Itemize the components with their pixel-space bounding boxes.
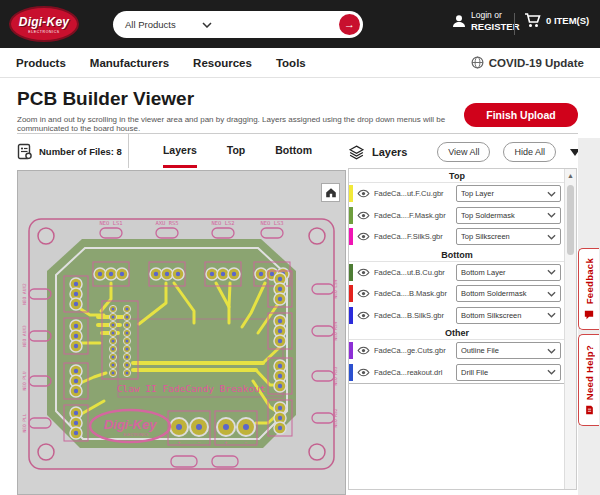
layer-assignment-select[interactable]: Top Soldermask bbox=[456, 207, 561, 224]
covid-update-label: COVID-19 Update bbox=[489, 57, 584, 69]
layer-row: FadeCa...ut.B.Cu.gbr Bottom Layer bbox=[349, 262, 565, 284]
layer-row: FadeCa...reakout.drl Drill File bbox=[349, 362, 565, 384]
svg-text:ELECTRONICS: ELECTRONICS bbox=[124, 433, 150, 437]
hide-all-button[interactable]: Hide All bbox=[503, 142, 556, 162]
layer-color-swatch bbox=[349, 364, 353, 381]
tab-top[interactable]: Top bbox=[227, 134, 245, 168]
board-label: NEO AUX3 bbox=[22, 325, 27, 347]
section-header-other: Other bbox=[349, 326, 565, 340]
nav-item-manufacturers[interactable]: Manufacturers bbox=[90, 57, 169, 69]
board-label: NEO PLU bbox=[22, 371, 27, 390]
finish-upload-button[interactable]: Finish Upload bbox=[464, 103, 578, 127]
layer-row: FadeCa...B.SilkS.gbr Bottom Silkscreen bbox=[349, 305, 565, 327]
layer-color-swatch bbox=[349, 185, 353, 202]
layer-file-name: FadeCa...ut.B.Cu.gbr bbox=[374, 268, 456, 277]
chevron-down-icon bbox=[547, 269, 556, 275]
logo-subtext: ELECTRONICS bbox=[28, 30, 60, 34]
layer-color-swatch bbox=[349, 342, 353, 359]
speech-bubble-icon bbox=[584, 310, 594, 320]
nav-item-tools[interactable]: Tools bbox=[276, 57, 306, 69]
layer-file-name: FadeCa...F.SilkS.gbr bbox=[374, 232, 456, 241]
layers-panel-header: Layers View All Hide All bbox=[348, 138, 580, 166]
page-title: PCB Builder Viewer bbox=[17, 88, 447, 110]
search-category-select[interactable]: All Products bbox=[125, 19, 176, 30]
layer-assignment-select[interactable]: Top Silkscreen bbox=[456, 228, 561, 245]
layers-icon bbox=[348, 144, 365, 161]
file-count-label: Number of Files: 8 bbox=[39, 146, 122, 157]
scroll-up-arrow[interactable]: ▲ bbox=[565, 169, 576, 179]
svg-text:+: + bbox=[178, 439, 181, 445]
page-subtitle: Zoom in and out by scrolling in the view… bbox=[17, 115, 447, 133]
pcb-viewer[interactable]: NEO LS1 AXU RS5 NEO LS2 NEO LS3 NEO AUX2… bbox=[17, 170, 346, 495]
tab-bottom[interactable]: Bottom bbox=[275, 134, 312, 168]
main-nav: Products Manufacturers Resources Tools C… bbox=[0, 48, 600, 78]
chevron-down-icon bbox=[547, 348, 556, 354]
chevron-down-icon bbox=[547, 212, 556, 218]
login-register-label: Login or REGISTER bbox=[471, 10, 520, 33]
help-doc-icon bbox=[585, 405, 594, 415]
layer-row: FadeCa....F.Mask.gbr Top Soldermask bbox=[349, 205, 565, 227]
chevron-down-icon bbox=[202, 22, 212, 28]
section-header-top: Top bbox=[349, 169, 565, 183]
feedback-label: Feedback bbox=[584, 258, 595, 304]
nav-item-products[interactable]: Products bbox=[16, 57, 66, 69]
login-register[interactable]: Login or REGISTER bbox=[452, 10, 520, 33]
panel-scrollbar[interactable]: ▲ bbox=[564, 169, 576, 489]
layer-color-swatch bbox=[349, 207, 353, 224]
chevron-down-icon bbox=[547, 369, 556, 375]
search-bar[interactable]: All Products → bbox=[113, 11, 363, 38]
eye-icon[interactable] bbox=[357, 311, 370, 320]
board-label: AXU RS5 bbox=[155, 220, 178, 226]
layer-assignment-select[interactable]: Bottom Soldermask bbox=[456, 285, 561, 302]
chevron-down-icon bbox=[547, 291, 556, 297]
eye-icon[interactable] bbox=[357, 268, 370, 277]
layer-assignment-select[interactable]: Drill File bbox=[456, 364, 561, 381]
digikey-logo[interactable]: Digi-Key ELECTRONICS bbox=[9, 6, 79, 42]
eye-icon[interactable] bbox=[357, 346, 370, 355]
layer-file-name: FadeCa...reakout.drl bbox=[374, 368, 456, 377]
logo-text: Digi-Key bbox=[19, 15, 69, 29]
globe-icon bbox=[471, 56, 484, 69]
site-header: Digi-Key ELECTRONICS All Products → Logi… bbox=[0, 0, 600, 48]
viewer-toolbar: Number of Files: 8 Layers Top Bottom bbox=[17, 134, 346, 168]
home-view-button[interactable] bbox=[321, 183, 340, 202]
need-help-tab[interactable]: Need Help? bbox=[578, 334, 599, 426]
layer-file-name: FadeCa...ge.Cuts.gbr bbox=[374, 346, 456, 355]
header-divider bbox=[514, 13, 515, 35]
eye-icon[interactable] bbox=[357, 232, 370, 241]
eye-icon[interactable] bbox=[357, 368, 370, 377]
layer-assignment-select[interactable]: Bottom Layer bbox=[456, 264, 561, 281]
covid-update-link[interactable]: COVID-19 Update bbox=[471, 56, 584, 69]
layer-file-name: FadeCa....B.Mask.gbr bbox=[374, 289, 456, 298]
search-submit-button[interactable]: → bbox=[339, 14, 360, 35]
cart-button[interactable]: 0 ITEM(S) bbox=[524, 13, 589, 28]
chevron-down-icon bbox=[547, 191, 556, 197]
svg-text:−: − bbox=[198, 439, 201, 445]
eye-icon[interactable] bbox=[357, 211, 370, 220]
layers-list: Top FadeCa...ut.F.Cu.gbr Top Layer FadeC… bbox=[349, 169, 565, 384]
layer-row: FadeCa...ut.F.Cu.gbr Top Layer bbox=[349, 183, 565, 205]
view-tabs: Layers Top Bottom bbox=[129, 134, 346, 168]
eye-icon[interactable] bbox=[357, 189, 370, 198]
cart-count-label: 0 ITEM(S) bbox=[546, 15, 589, 26]
svg-text:Digi-Key: Digi-Key bbox=[104, 417, 158, 432]
tab-layers[interactable]: Layers bbox=[163, 134, 197, 168]
eye-icon[interactable] bbox=[357, 289, 370, 298]
view-all-button[interactable]: View All bbox=[437, 142, 490, 162]
board-label: NEO PLL bbox=[22, 413, 27, 432]
feedback-tab[interactable]: Feedback bbox=[578, 248, 599, 330]
chevron-down-icon bbox=[547, 312, 556, 318]
layer-file-name: FadeCa...B.SilkS.gbr bbox=[374, 311, 456, 320]
pcb-board-render: NEO LS1 AXU RS5 NEO LS2 NEO LS3 NEO AUX2… bbox=[18, 171, 345, 494]
user-icon bbox=[452, 14, 466, 28]
nav-item-resources[interactable]: Resources bbox=[193, 57, 252, 69]
layer-assignment-select[interactable]: Bottom Silkscreen bbox=[456, 307, 561, 324]
cart-icon bbox=[524, 13, 541, 28]
scrollbar-thumb[interactable] bbox=[567, 185, 574, 255]
layer-row: FadeCa...F.SilkS.gbr Top Silkscreen bbox=[349, 226, 565, 248]
layer-assignment-select[interactable]: Outline File bbox=[456, 342, 561, 359]
chevron-down-icon bbox=[547, 234, 556, 240]
layer-assignment-select[interactable]: Top Layer bbox=[456, 185, 561, 202]
layer-color-swatch bbox=[349, 285, 353, 302]
need-help-label: Need Help? bbox=[584, 345, 595, 400]
